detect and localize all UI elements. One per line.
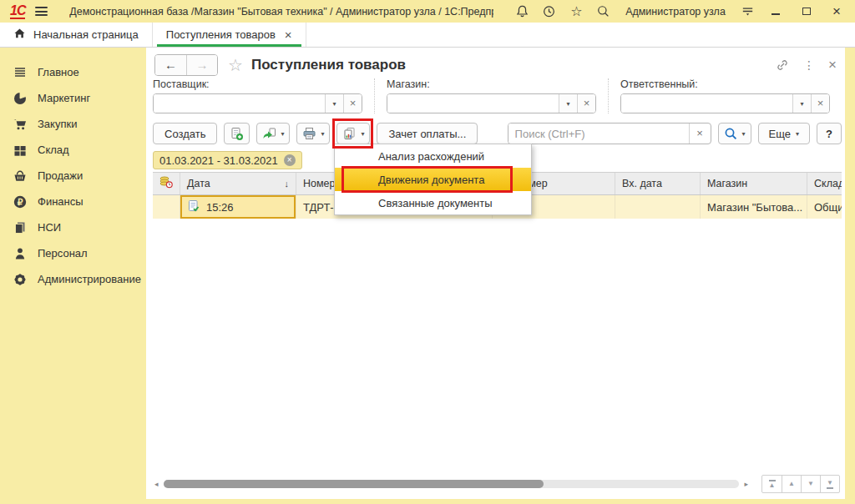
sidebar-item-administration[interactable]: Администрирование (0, 266, 146, 292)
search-input[interactable] (508, 123, 689, 144)
service-menu-icon[interactable] (739, 3, 756, 20)
global-search-icon[interactable] (595, 3, 612, 20)
go-to-bottom-button[interactable]: ▼ (820, 476, 839, 492)
pie-chart-icon (13, 91, 28, 106)
search-clear-icon[interactable]: × (689, 123, 711, 144)
horizontal-scrollbar[interactable] (164, 480, 740, 488)
filter-supplier-input[interactable] (154, 94, 325, 113)
sidebar-item-sales[interactable]: Продажи (0, 163, 146, 189)
filter-responsible-input[interactable] (621, 94, 792, 113)
filter-supplier-dropdown-icon[interactable]: ▾ (325, 94, 343, 113)
window-close-button[interactable]: × (827, 3, 847, 20)
filter-responsible: Ответственный: ▾ × (609, 78, 842, 113)
search-field: × (508, 123, 711, 144)
tab-home[interactable]: Начальная страница (0, 23, 153, 47)
posted-status-column-header[interactable] (153, 173, 180, 194)
gear-icon (13, 272, 28, 287)
list-navigation-buttons: ▲ ▲ ▼ ▼ (761, 475, 840, 493)
page-down-button[interactable]: ▼ (801, 476, 820, 492)
column-header-store[interactable]: Магазин (701, 173, 807, 194)
ruble-circle-icon: ₽ (13, 194, 28, 209)
favorites-star-icon[interactable]: ☆ (568, 3, 584, 20)
filters-row: Поставщик: ▾ × Магазин: ▾ × (153, 78, 842, 120)
menu-item-discrepancy-analysis[interactable]: Анализ расхождений (335, 144, 531, 168)
go-to-top-button[interactable]: ▲ (762, 476, 782, 492)
sidebar-item-marketing[interactable]: Маркетинг (0, 85, 146, 111)
filter-store-clear-icon[interactable]: × (577, 94, 595, 113)
notifications-bell-icon[interactable] (514, 3, 530, 20)
table-bottom-bar: ◂ ▸ ▲ ▲ ▼ ▼ (154, 475, 840, 493)
sidebar-item-purchases[interactable]: Закупки (0, 111, 146, 137)
advanced-search-button[interactable]: ▾ (718, 123, 751, 144)
tab-close-icon[interactable]: × (285, 29, 292, 40)
nav-forward-button[interactable]: → (186, 55, 217, 75)
menu-item-related-documents[interactable]: Связанные документы (335, 191, 531, 214)
scroll-left-icon[interactable]: ◂ (154, 480, 159, 488)
tab-home-label: Начальная страница (33, 28, 139, 41)
tab-goods-receipts[interactable]: Поступления товаров × (153, 23, 306, 47)
create-by-copy-button[interactable] (224, 123, 250, 144)
chevron-down-icon: ▾ (281, 130, 284, 138)
chevron-down-icon: ▾ (742, 130, 746, 138)
chevron-down-icon: ▾ (796, 130, 799, 138)
period-filter-remove-icon[interactable]: × (284, 154, 296, 166)
more-menu-icon[interactable]: ⋮ (803, 58, 815, 72)
help-button[interactable]: ? (817, 123, 842, 144)
row-date-cell[interactable]: 15:26 (180, 195, 296, 219)
get-link-icon[interactable] (775, 58, 790, 73)
filter-supplier: Поставщик: ▾ × (153, 78, 375, 113)
reports-dropdown-menu: Анализ расхождений Движения документа Св… (334, 144, 532, 215)
filter-responsible-label: Ответственный: (620, 78, 830, 90)
filter-store-dropdown-icon[interactable]: ▾ (559, 94, 577, 113)
chevron-down-icon: ▾ (321, 130, 324, 138)
favorite-star-icon[interactable]: ☆ (228, 55, 243, 75)
basket-icon (13, 169, 28, 184)
document-posted-icon (187, 199, 200, 215)
workspace-frame: ← → ☆ Поступления товаров ⋮ × Поставщик: (146, 48, 855, 504)
goods-receipts-form: ← → ☆ Поступления товаров ⋮ × Поставщик: (146, 48, 845, 499)
period-filter-chip[interactable]: 01.03.2021 - 31.03.2021 × (153, 151, 302, 169)
filter-responsible-dropdown-icon[interactable]: ▾ (792, 94, 811, 113)
form-close-icon[interactable]: × (828, 57, 837, 73)
reports-button[interactable]: ▾ (336, 123, 370, 144)
window-minimize-button[interactable] (766, 3, 786, 20)
sidebar-item-warehouse[interactable]: Склад (0, 137, 146, 163)
current-user-label[interactable]: Администратор узла (625, 6, 726, 18)
scrollbar-thumb[interactable] (164, 480, 544, 488)
period-filter-label: 01.03.2021 - 31.03.2021 (159, 154, 278, 167)
catalog-icon (13, 220, 28, 235)
app-title-bar: 1С Демонстрационная база /Магазин "Бытов… (0, 0, 855, 23)
column-header-warehouse[interactable]: Склад (807, 173, 842, 194)
sidebar-item-nsi[interactable]: НСИ (0, 214, 146, 240)
form-header: ← → ☆ Поступления товаров ⋮ × (153, 48, 842, 78)
tab-bar: Начальная страница Поступления товаров × (0, 23, 855, 48)
filter-store-input[interactable] (387, 94, 559, 113)
filter-supplier-label: Поставщик: (153, 78, 362, 90)
create-based-on-button[interactable]: ▾ (256, 123, 290, 144)
sidebar-item-personnel[interactable]: Персонал (0, 240, 146, 266)
page-up-button[interactable]: ▲ (782, 476, 801, 492)
tab-goods-receipts-label: Поступления товаров (166, 28, 276, 41)
row-warehouse-cell: Общи (807, 195, 842, 219)
form-title: Поступления товаров (251, 57, 775, 73)
payment-offset-button[interactable]: Зачет оплаты... (377, 123, 478, 144)
create-button[interactable]: Создать (153, 123, 217, 144)
filter-store: Магазин: ▾ × (375, 78, 609, 113)
filter-responsible-clear-icon[interactable]: × (811, 94, 829, 113)
cart-icon (13, 117, 28, 132)
nav-back-button[interactable]: ← (155, 55, 186, 75)
print-button[interactable]: ▾ (296, 123, 330, 144)
sidebar-item-main[interactable]: Главное (0, 59, 146, 85)
history-icon[interactable] (541, 3, 558, 20)
filter-supplier-clear-icon[interactable]: × (343, 94, 362, 113)
menu-item-document-movements[interactable]: Движения документа (335, 168, 531, 191)
scroll-right-icon[interactable]: ▸ (744, 480, 748, 488)
1c-enterprise-window: 1С Демонстрационная база /Магазин "Бытов… (0, 0, 855, 504)
column-header-date[interactable]: Дата ↓ (180, 173, 296, 194)
row-in-date-cell (615, 195, 701, 219)
sidebar-item-finance[interactable]: ₽ Финансы (0, 189, 146, 214)
more-actions-button[interactable]: Еще ▾ (758, 123, 810, 144)
main-menu-hamburger-icon[interactable] (35, 7, 48, 16)
window-maximize-button[interactable] (797, 3, 817, 20)
column-header-in-date[interactable]: Вх. дата (615, 173, 701, 194)
